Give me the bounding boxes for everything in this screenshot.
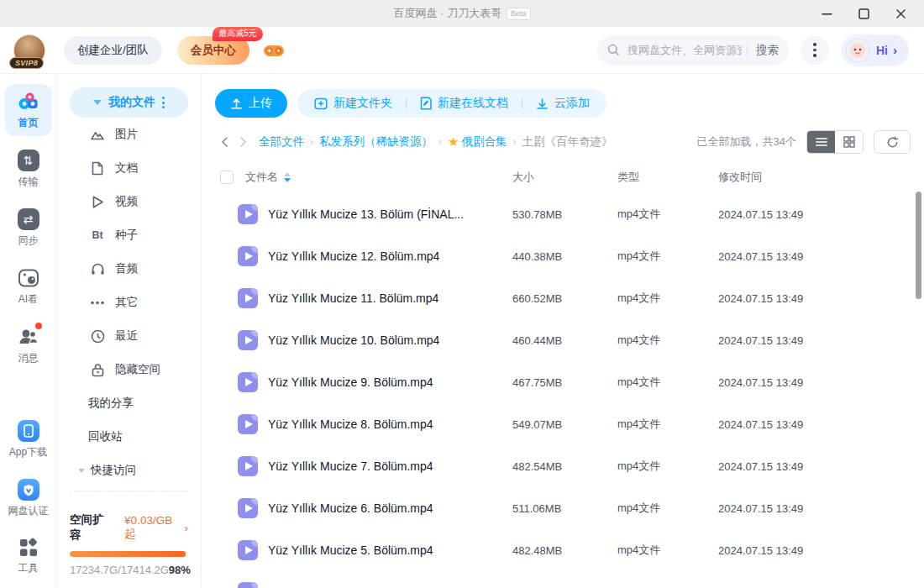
- sidebar-item-pictures[interactable]: 图片: [70, 118, 188, 151]
- rail-item-sync[interactable]: ⇄ 同步: [5, 202, 52, 254]
- sidebar-item-documents[interactable]: 文档: [70, 151, 188, 185]
- minimize-button[interactable]: [808, 0, 845, 27]
- search-input[interactable]: [626, 43, 743, 57]
- file-row[interactable]: Yüz Yıllık Mucize 9. Bölüm.mp4 467.75MB …: [215, 361, 911, 403]
- file-modified: 2024.07.15 13:49: [718, 292, 911, 305]
- scrollbar-thumb[interactable]: [916, 192, 921, 299]
- file-size: 549.07MB: [512, 418, 617, 431]
- sidebar-item-torrents[interactable]: Bt 种子: [70, 218, 188, 252]
- file-type: mp4文件: [617, 543, 718, 558]
- lock-icon: [90, 363, 105, 377]
- sidebar-item-recent[interactable]: 最近: [70, 319, 188, 353]
- rail-item-verification[interactable]: 网盘认证: [5, 472, 52, 524]
- file-size: 511.06MB: [512, 502, 617, 515]
- rail-item-app-download[interactable]: App下载: [5, 413, 52, 465]
- sidebar-item-hidden-space[interactable]: 隐藏空间: [70, 353, 188, 386]
- file-row[interactable]: Yüz Yıllık Mucize 5. Bölüm.mp4 482.48MB …: [215, 529, 911, 571]
- breadcrumb-collection-folder[interactable]: ★ 俄剧合集: [448, 134, 507, 150]
- file-row[interactable]: Yüz Yıllık Mucize 11. Bölüm.mp4 660.52MB…: [215, 277, 911, 319]
- select-all-checkbox[interactable]: [220, 171, 234, 184]
- storage-price-link[interactable]: ¥0.03/GB起: [124, 514, 182, 542]
- column-header-name[interactable]: 文件名: [245, 170, 278, 185]
- file-name[interactable]: Yüz Yıllık Mucize 11. Bölüm.mp4: [268, 291, 438, 305]
- file-name[interactable]: Yüz Yıllık Mucize 8. Bölüm.mp4: [268, 417, 433, 431]
- breadcrumb-series-folder[interactable]: 私发系列（稀缺资源）: [319, 134, 433, 150]
- file-modified: 2024.07.15 13:49: [718, 502, 911, 515]
- video-file-icon: [238, 414, 258, 434]
- file-type: mp4文件: [617, 459, 718, 474]
- breadcrumb-collection-label: 俄剧合集: [461, 134, 507, 150]
- file-row[interactable]: [215, 571, 911, 588]
- game-center-button[interactable]: [263, 41, 285, 60]
- back-button[interactable]: [215, 133, 234, 151]
- storage-expand-label: 空间扩容: [70, 512, 114, 543]
- refresh-button[interactable]: [874, 130, 911, 154]
- my-files-label: 我的文件: [108, 95, 155, 110]
- column-header-size[interactable]: 大小: [512, 170, 617, 185]
- file-list: Yüz Yıllık Mucize 13. Bölüm (FİNAL... 53…: [215, 193, 911, 588]
- close-button[interactable]: [882, 0, 919, 27]
- file-name[interactable]: Yüz Yıllık Mucize 7. Bölüm.mp4: [268, 459, 433, 473]
- file-name[interactable]: Yüz Yıllık Mucize 5. Bölüm.mp4: [268, 543, 433, 557]
- file-name[interactable]: Yüz Yıllık Mucize 6. Bölüm.mp4: [268, 501, 433, 515]
- rail-item-messages[interactable]: 消息: [5, 319, 52, 371]
- chevron-right-icon: [239, 136, 247, 148]
- rail-item-tools[interactable]: 工具: [5, 531, 52, 581]
- forward-button[interactable]: [234, 133, 252, 151]
- breadcrumb-all-files[interactable]: 全部文件: [259, 134, 304, 150]
- sidebar-item-quick-access[interactable]: 快捷访问: [70, 454, 188, 487]
- file-size: 482.48MB: [512, 544, 617, 557]
- file-modified: 2024.07.15 13:49: [718, 208, 911, 221]
- rail-item-home[interactable]: 首页: [5, 84, 52, 136]
- create-team-button[interactable]: 创建企业/团队: [64, 36, 162, 65]
- file-row[interactable]: Yüz Yıllık Mucize 12. Bölüm.mp4 440.38MB…: [215, 235, 911, 277]
- column-header-modified[interactable]: 修改时间: [718, 170, 911, 185]
- file-type: mp4文件: [617, 501, 718, 516]
- storage-progress-fill: [70, 551, 186, 557]
- grid-view-button[interactable]: [835, 131, 863, 153]
- assistant-button[interactable]: Hi ›: [841, 34, 909, 66]
- file-name[interactable]: Yüz Yıllık Mucize 9. Bölüm.mp4: [268, 375, 433, 389]
- file-name[interactable]: Yüz Yıllık Mucize 10. Bölüm.mp4: [268, 333, 439, 347]
- file-row[interactable]: Yüz Yıllık Mucize 8. Bölüm.mp4 549.07MB …: [215, 403, 911, 445]
- rail-label-app-download: App下载: [9, 445, 47, 459]
- sidebar-item-my-shares[interactable]: 我的分享: [70, 386, 188, 420]
- file-name[interactable]: Yüz Yıllık Mucize 12. Bölüm.mp4: [268, 249, 439, 263]
- quick-access-label: 快捷访问: [91, 463, 136, 478]
- file-row[interactable]: Yüz Yıllık Mucize 7. Bölüm.mp4 482.54MB …: [215, 445, 911, 487]
- column-header-type[interactable]: 类型: [617, 170, 718, 185]
- list-view-button[interactable]: [807, 131, 835, 153]
- new-folder-button[interactable]: 新建文件夹: [311, 96, 396, 111]
- search-button[interactable]: 搜索: [756, 43, 779, 58]
- user-avatar[interactable]: SVIP8: [12, 33, 47, 68]
- file-name[interactable]: Yüz Yıllık Mucize 13. Bölüm (FİNAL...: [268, 207, 464, 221]
- rail-item-ai-view[interactable]: AI看: [5, 260, 52, 312]
- search-bar[interactable]: 搜索: [597, 35, 789, 66]
- sidebar-item-videos[interactable]: 视频: [70, 185, 188, 218]
- sidebar-label-other-audio: 音频: [115, 261, 138, 276]
- more-menu-button[interactable]: [801, 36, 829, 65]
- file-row[interactable]: Yüz Yıllık Mucize 10. Bölüm.mp4 460.44MB…: [215, 319, 911, 361]
- sidebar-item-audio[interactable]: 音频: [70, 252, 188, 286]
- star-icon: ★: [448, 134, 459, 150]
- sidebar-item-recycle-bin[interactable]: 回收站: [70, 420, 188, 454]
- vip-center-button[interactable]: 会员中心 最高减5元: [177, 36, 249, 65]
- upload-button[interactable]: 上传: [215, 89, 287, 118]
- sidebar-item-my-files[interactable]: 我的文件: [70, 87, 188, 118]
- file-row[interactable]: Yüz Yıllık Mucize 13. Bölüm (FİNAL... 53…: [215, 193, 911, 235]
- sidebar-item-other[interactable]: 其它: [70, 286, 188, 319]
- my-files-menu-icon[interactable]: [162, 97, 165, 108]
- grid-view-icon: [843, 136, 855, 148]
- table-header: 文件名 大小 类型 修改时间: [215, 161, 911, 193]
- rail-item-transfer[interactable]: ⇅ 传输: [5, 143, 52, 195]
- maximize-button[interactable]: [845, 0, 882, 27]
- file-size: 660.52MB: [512, 292, 617, 305]
- breadcrumb-current-folder: 土剧《百年奇迹》: [522, 134, 612, 150]
- chevron-right-icon[interactable]: ›: [185, 522, 189, 534]
- file-row[interactable]: Yüz Yıllık Mucize 6. Bölüm.mp4 511.06MB …: [215, 487, 911, 529]
- cloud-add-button[interactable]: 云添加: [533, 96, 593, 111]
- headphones-icon: [90, 262, 105, 276]
- new-online-doc-button[interactable]: 新建在线文档: [417, 96, 512, 111]
- video-file-icon: [238, 498, 258, 518]
- sort-icon[interactable]: [284, 172, 291, 182]
